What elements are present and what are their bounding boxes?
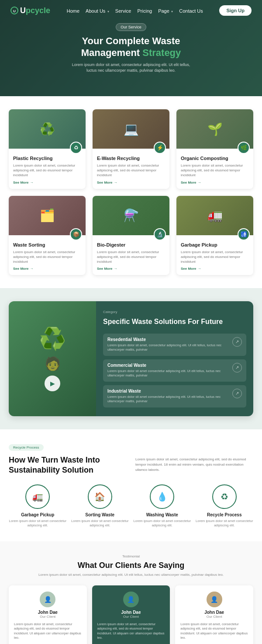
- service-desc-garbage: Lorem ipsum dolor sit amet, consectetur …: [181, 250, 249, 265]
- recycle-badge: Recycle Process: [9, 444, 44, 451]
- nav-contact[interactable]: Contact Us: [179, 8, 203, 14]
- waste-desc-residential: Lorem ipsum dolor sit amet, consectetur …: [107, 343, 232, 352]
- testimonial-card-3: 👤 John Dae Our Client Lorem ipsum dolor …: [175, 585, 253, 644]
- step-title-garbage: Garbage Pickup: [9, 512, 67, 517]
- solutions-category: Category: [103, 310, 246, 314]
- testimonial-section: Testimonial What Our Clients Are Saying …: [0, 541, 262, 644]
- waste-desc-industrial: Lorem ipsum dolor sit amet consectetur a…: [107, 395, 232, 404]
- step-desc-washing: Lorem ipsum dolor sit amet consectetur a…: [133, 519, 191, 528]
- waste-icon-residential: ↗: [232, 337, 242, 347]
- service-icon-plastic: ♻: [70, 142, 82, 154]
- logo[interactable]: U Upcycle: [10, 6, 50, 15]
- testimonials-grid: 👤 John Dae Our Client Lorem ipsum dolor …: [9, 585, 253, 644]
- service-title-ewaste: E-Waste Recycling: [97, 156, 165, 161]
- testimonial-text-1: Lorem ipsum dolor sit amet, consectetur …: [14, 622, 82, 641]
- recycle-process-section: Recycle Process How We Turn Waste Into S…: [0, 429, 262, 541]
- step-title-sorting: Sorting Waste: [71, 512, 129, 517]
- step-recycle-process: ♻ Recycle Process Lorem ipsum dolor sit …: [196, 484, 254, 528]
- testimonial-card-2-featured: 👤 John Dae Our Client Lorem ipsum dolor …: [92, 585, 170, 644]
- service-icon-sorting: 📦: [70, 228, 82, 240]
- nav-page[interactable]: Page: [158, 8, 169, 14]
- solutions-section: ♻️ 🧑 ▶ Category Specific Waste Solutions…: [0, 288, 262, 429]
- step-icon-washing: 💧: [150, 484, 174, 509]
- service-icon-ewaste: ⚡: [154, 142, 166, 154]
- signup-button[interactable]: Sign Up: [219, 5, 252, 16]
- nav-pricing[interactable]: Pricing: [138, 8, 152, 14]
- client-role-3: Our Client: [180, 615, 248, 619]
- step-icon-sorting: 🏠: [88, 484, 112, 509]
- service-desc-plastic: Lorem ipsum dolor sit amet, consectetur …: [13, 163, 81, 178]
- service-card-sorting: 🗂️ 📦 Waste Sorting Lorem ipsum dolor sit…: [9, 196, 86, 275]
- service-card-biodigester: ⚗️ 🔬 Bio-Digester Lorem ipsum dolor sit …: [93, 196, 169, 275]
- nav-about[interactable]: About Us: [86, 8, 105, 14]
- waste-item-residential: Resedential Waste Lorem ipsum dolor sit …: [103, 334, 246, 356]
- testimonial-text-3: Lorem ipsum dolor sit amet, consectetur …: [180, 622, 248, 641]
- service-card-garbage: 🚛 🚮 Garbage Pickup Lorem ipsum dolor sit…: [176, 196, 253, 275]
- hero-title: Your Complete Waste Management Strategy: [70, 35, 192, 59]
- client-name-3: John Dae: [180, 610, 248, 615]
- step-desc-garbage: Lorem ipsum dolor sit amet consectetur a…: [9, 519, 67, 528]
- service-desc-sorting: Lorem ipsum dolor sit amet, consectetur …: [13, 250, 81, 265]
- waste-title-industrial: Industrial Waste: [107, 389, 232, 393]
- solutions-image-inner: ♻️ 🧑 ▶: [9, 301, 96, 416]
- testimonial-title: What Our Clients Are Saying: [9, 561, 253, 570]
- logo-text: Upcycle: [20, 6, 50, 15]
- avatar-1: 👤: [40, 592, 55, 607]
- waste-title-commercial: Commercial Waste: [107, 363, 232, 368]
- step-icon-recycle: ♻: [212, 484, 237, 509]
- service-title-plastic: Plastic Recycling: [13, 156, 81, 161]
- service-title-sorting: Waste Sorting: [13, 242, 81, 247]
- service-title-organic: Organic Composting: [181, 156, 249, 161]
- recycle-description: Lorem ipsum dolor sit amet, consectetur …: [135, 455, 253, 476]
- service-card-plastic: ♻️ ♻ Plastic Recycling Lorem ipsum dolor…: [9, 109, 86, 189]
- service-desc-ewaste: Lorem ipsum dolor sit amet, consectetur …: [97, 163, 165, 178]
- solutions-title: Specific Waste Solutions For Future: [103, 317, 246, 327]
- recycle-steps: 🚛 Garbage Pickup Lorem ipsum dolor sit a…: [9, 484, 253, 528]
- waste-icon-industrial: ↗: [232, 389, 242, 398]
- service-desc-biodigester: Lorem ipsum dolor sit amet, consectetur …: [97, 250, 165, 265]
- service-title-biodigester: Bio-Digester: [97, 242, 165, 247]
- step-sorting-waste: 🏠 Sorting Waste Lorem ipsum dolor sit am…: [71, 484, 129, 528]
- solutions-card: ♻️ 🧑 ▶ Category Specific Waste Solutions…: [9, 301, 253, 416]
- waste-item-industrial: Industrial Waste Lorem ipsum dolor sit a…: [103, 385, 246, 407]
- see-more-garbage[interactable]: See More →: [181, 267, 249, 271]
- client-role-1: Our Client: [14, 615, 82, 619]
- nav-home[interactable]: Home: [67, 8, 79, 14]
- client-name-2: John Dae: [97, 610, 165, 615]
- testimonial-text-2: Lorem ipsum dolor sit amet, consectetur …: [97, 622, 165, 641]
- waste-item-commercial: Commercial Waste Lorem ipsum dolor sit a…: [103, 359, 246, 382]
- solutions-content: Category Specific Waste Solutions For Fu…: [96, 301, 253, 416]
- see-more-organic[interactable]: See More →: [181, 181, 249, 184]
- testimonial-badge: Testimonial: [9, 554, 253, 558]
- service-title-garbage: Garbage Pickup: [181, 242, 249, 247]
- waste-icon-commercial: ↗: [232, 363, 242, 372]
- services-grid: ♻️ ♻ Plastic Recycling Lorem ipsum dolor…: [9, 109, 253, 275]
- step-desc-sorting: Lorem ipsum dolor sit amet consectetur a…: [71, 519, 129, 528]
- see-more-ewaste[interactable]: See More →: [97, 181, 165, 184]
- recycle-title: How We Turn Waste Into Sustainability So…: [9, 455, 127, 476]
- service-desc-organic: Lorem ipsum dolor sit amet, consectetur …: [181, 163, 249, 178]
- step-washing-waste: 💧 Washing Waste Lorem ipsum dolor sit am…: [133, 484, 191, 528]
- svg-text:U: U: [13, 9, 16, 13]
- nav-links: Home About Us ▾ Service Pricing Page ▾ C…: [67, 7, 203, 14]
- avatar-2: 👤: [123, 592, 139, 607]
- play-button[interactable]: ▶: [45, 376, 60, 391]
- step-garbage-pickup: 🚛 Garbage Pickup Lorem ipsum dolor sit a…: [9, 484, 67, 528]
- service-card-ewaste: 💻 ⚡ E-Waste Recycling Lorem ipsum dolor …: [93, 109, 169, 189]
- testimonial-card-1: 👤 John Dae Our Client Lorem ipsum dolor …: [9, 585, 87, 644]
- see-more-biodigester[interactable]: See More →: [97, 267, 165, 271]
- see-more-plastic[interactable]: See More →: [13, 181, 81, 184]
- service-card-organic: 🌱 🌿 Organic Composting Lorem ipsum dolor…: [176, 109, 253, 189]
- nav-service[interactable]: Service: [115, 8, 131, 14]
- services-section: ♻️ ♻ Plastic Recycling Lorem ipsum dolor…: [0, 96, 262, 288]
- step-desc-recycle: Lorem ipsum dolor sit amet consectetur a…: [196, 519, 254, 528]
- see-more-sorting[interactable]: See More →: [13, 267, 81, 271]
- hero-description: Lorem ipsum dolor sit amet, consectetur …: [70, 62, 192, 74]
- waste-title-residential: Resedential Waste: [107, 337, 232, 342]
- service-icon-biodigester: 🔬: [154, 228, 166, 240]
- hero-content: Our Service Your Complete Waste Manageme…: [44, 22, 218, 74]
- service-icon-garbage: 🚮: [238, 228, 250, 240]
- service-icon-organic: 🌿: [238, 142, 250, 154]
- client-role-2: Our Client: [97, 615, 165, 619]
- solutions-image: ♻️ 🧑 ▶: [9, 301, 96, 416]
